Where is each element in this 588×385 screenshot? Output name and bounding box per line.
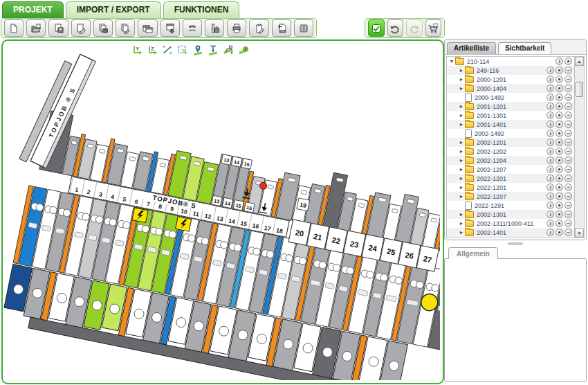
article-number[interactable]: 2002-1311/1000-411 [477,220,546,227]
tab-artikelliste[interactable]: Artikelliste [447,42,496,54]
eye-icon[interactable] [555,75,563,83]
expand-arrow-icon[interactable]: ► [458,185,465,190]
tree-row[interactable]: ►2002-1301i− [447,210,574,219]
tree-row[interactable]: ►2001-1401i− [447,120,574,129]
info-icon[interactable]: i [546,229,554,236]
tab-import-export[interactable]: IMPORT / EXPORT [66,1,161,18]
eye-icon[interactable] [555,147,563,155]
remove-icon[interactable]: − [564,211,572,218]
panel-resize-handle[interactable] [508,242,523,245]
tree-row[interactable]: ►249-116i− [447,66,574,75]
tree-row[interactable]: ►2002-1207i− [447,165,574,174]
article-number[interactable]: 2022-1201 [477,184,546,191]
info-icon[interactable]: i [546,120,554,128]
remove-icon[interactable]: − [564,174,572,182]
article-number[interactable]: 2002-1202 [477,148,546,155]
eye-icon[interactable] [555,192,563,200]
eye-icon[interactable] [555,165,563,173]
print-button[interactable] [227,19,246,37]
remove-icon[interactable]: − [564,93,572,101]
tree-row[interactable]: ►2002-1401i− [447,228,574,237]
tree-row[interactable]: ►2022-1201i− [447,174,574,183]
edit-document-button[interactable] [71,19,91,37]
tree-row[interactable]: ►2002-1201i− [447,138,574,147]
expand-arrow-icon[interactable]: ► [458,230,465,235]
remove-icon[interactable]: − [564,102,572,110]
order-cart-button[interactable] [425,19,442,37]
article-number[interactable]: 2001-1301 [477,112,546,119]
tree-row[interactable]: ►2001-1201i− [447,102,574,111]
remove-icon[interactable]: − [564,129,572,137]
lock-button[interactable] [205,19,224,37]
expand-arrow-icon[interactable]: ► [458,113,465,118]
info-icon[interactable]: i [546,66,554,74]
article-number[interactable]: 2002-1492 [475,130,546,137]
tree-row[interactable]: ►2022-1207i− [447,192,574,201]
tab-funktionen[interactable]: FUNKTIONEN [163,1,240,18]
article-number[interactable]: 2002-1207 [477,166,546,173]
tree-row[interactable]: ►2002-1311/1000-411i− [447,219,574,228]
save-button[interactable] [48,19,68,37]
article-number[interactable]: 210-114 [467,58,555,65]
info-icon[interactable]: i [546,183,554,191]
info-icon[interactable]: i [546,111,554,119]
expand-arrow-icon[interactable]: ► [458,221,465,226]
clipboard-edit-button[interactable] [249,19,268,37]
article-number[interactable]: 2022-1291 [475,202,546,209]
article-number[interactable]: 2002-1301 [477,211,546,218]
expand-arrow-icon[interactable]: ► [458,122,465,127]
eye-icon[interactable] [555,93,563,101]
article-number[interactable]: 2002-1401 [477,229,546,236]
tab-sichtbarkeit[interactable]: Sichtbarkeit [498,42,551,54]
info-icon[interactable]: i [546,202,554,209]
info-icon[interactable]: i [546,75,554,83]
scroll-thumb[interactable] [576,82,583,97]
article-number[interactable]: 2001-1201 [477,103,546,110]
info-icon[interactable]: i [546,156,554,164]
rotate-z-icon[interactable]: Z [146,44,158,56]
insert-drop-icon[interactable] [207,44,219,56]
expand-arrow-icon[interactable]: ► [458,86,465,91]
3d-viewport[interactable]: Y Z 123456789101112131415161718TOPJOB® S… [1,39,444,384]
remove-icon[interactable]: − [564,165,572,173]
remove-icon[interactable]: − [564,138,572,146]
tree-row[interactable]: ►2000-1201i− [447,75,574,84]
eye-icon[interactable] [555,229,563,236]
eye-icon[interactable] [555,138,563,146]
remove-icon[interactable]: − [564,202,572,209]
users-button[interactable] [183,19,202,37]
expand-arrow-icon[interactable]: ► [458,104,465,109]
eye-icon[interactable] [555,220,563,227]
remove-icon[interactable]: − [564,120,572,128]
tree-row[interactable]: 2000-1492i− [447,93,574,102]
expand-arrow-icon[interactable]: ► [458,176,465,181]
remove-icon[interactable]: − [564,192,572,200]
scroll-up-button[interactable]: ▲ [575,57,584,66]
info-icon[interactable]: i [546,147,554,155]
expand-arrow-icon[interactable]: ► [458,140,465,145]
fit-view-icon[interactable] [161,44,174,56]
eye-icon[interactable] [555,102,563,110]
tree-row[interactable]: ►2022-1201i− [447,183,574,192]
database-copy-button[interactable] [93,19,113,37]
eye-icon[interactable] [564,57,572,65]
duplicate-window-button[interactable] [138,19,157,37]
info-icon[interactable]: i [546,93,554,101]
tree-row[interactable]: ►2002-1204i− [447,156,574,165]
remove-icon[interactable]: − [564,183,572,191]
redo-button[interactable] [406,19,423,37]
eye-icon[interactable] [555,211,563,218]
place-marker-icon[interactable] [192,44,204,56]
eye-icon[interactable] [555,156,563,164]
replace-on-rail-icon[interactable] [222,44,235,56]
copy-edit-button[interactable] [116,19,135,37]
info-icon[interactable]: i [546,129,554,137]
article-number[interactable]: 2001-1401 [477,121,546,128]
open-folder-button[interactable] [26,19,46,37]
info-icon[interactable]: i [555,57,563,65]
article-number[interactable]: 2000-1404 [477,85,546,92]
din-rail-button[interactable] [294,19,313,37]
tree-row[interactable]: ►2001-1301i− [447,111,574,120]
info-icon[interactable]: i [546,165,554,173]
new-document-button[interactable] [4,19,24,37]
